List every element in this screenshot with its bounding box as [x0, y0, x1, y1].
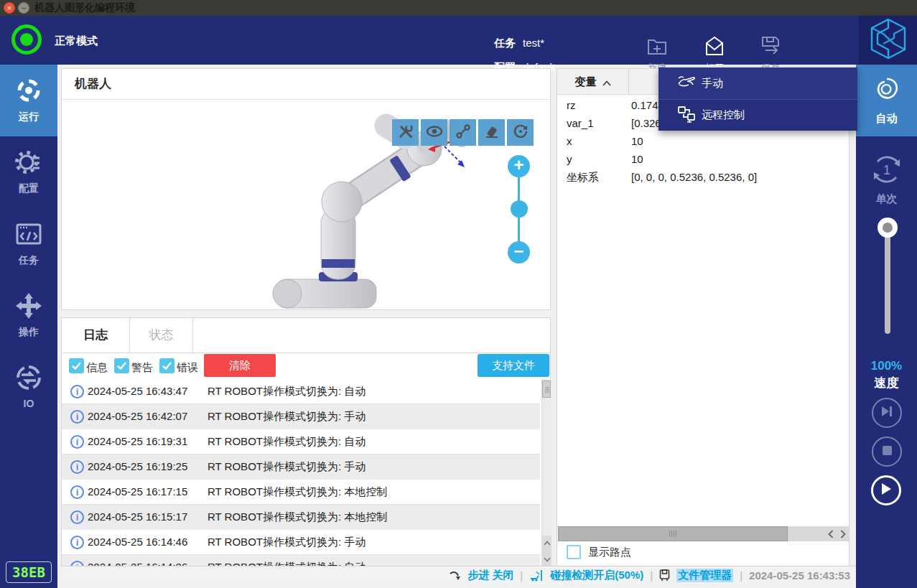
variables-h-scrollbar-thumb[interactable] [558, 526, 788, 541]
variables-collapse-tab[interactable]: 变量 [557, 69, 629, 95]
tools-icon [397, 123, 414, 143]
filter-error-label: 错误 [177, 361, 198, 375]
variable-row: 坐标系 [0, 0, 0, 0.5236, 0.5236, 0] [557, 171, 844, 189]
tab-status[interactable]: 状态 [130, 318, 193, 353]
sidebar-item-auto[interactable]: 自动 [856, 65, 917, 136]
window-minimize-button[interactable]: − [18, 2, 29, 14]
skip-icon [880, 406, 893, 420]
info-icon: i [70, 460, 84, 474]
robot-panel-title: 机器人 [75, 75, 111, 92]
titlebar: × − 机器人图形化编程环境 [0, 0, 917, 16]
robot-panel: 机器人 [61, 68, 551, 310]
tools-button[interactable] [392, 119, 419, 146]
scroll-left-arrow[interactable] [825, 526, 837, 541]
log-row: i 2024-05-25 16:19:25 RT ROBOT 操作模式切换为: … [62, 454, 540, 480]
scroll-up-arrow[interactable] [542, 536, 551, 551]
statusbar: 步进 关闭 | 碰撞检测开启(50%) | 文件管理器 | 2024-05-25… [61, 566, 856, 584]
task-value: test* [523, 37, 544, 49]
filter-warning-label: 警告 [131, 361, 153, 375]
speed-label: 速度 [856, 375, 917, 391]
filter-warning-checkbox[interactable] [114, 358, 129, 373]
filter-info-label: 信息 [86, 361, 108, 375]
erase-button[interactable] [478, 119, 505, 146]
move-arrows-icon [14, 310, 43, 322]
info-icon: i [70, 485, 84, 499]
variables-h-scrollbar[interactable] [558, 526, 849, 541]
zoom-in-button[interactable]: + [508, 155, 530, 177]
menu-item-remote-control[interactable]: 远程控制 [658, 99, 857, 131]
info-icon: i [70, 510, 84, 524]
support-files-button[interactable]: 支持文件 [478, 354, 549, 377]
filter-error-checkbox[interactable] [159, 358, 174, 373]
right-sidebar: 自动 1 单次 100% 速度 [856, 65, 917, 588]
scroll-right-arrow[interactable] [837, 526, 849, 541]
file-manager-link[interactable]: 文件管理器 [676, 569, 733, 582]
reset-view-button[interactable] [507, 119, 534, 146]
clear-log-button[interactable]: 清除 [204, 354, 276, 377]
speed-slider-track[interactable] [885, 228, 890, 334]
info-icon: i [70, 536, 84, 549]
stop-icon [882, 445, 893, 459]
sidebar-item-config[interactable]: 配置 [0, 136, 57, 208]
sidebar-item-operate[interactable]: 操作 [0, 280, 57, 352]
sidebar-item-io[interactable]: IO [0, 352, 57, 424]
hand-icon [677, 74, 697, 95]
variable-row: y 10 [557, 153, 844, 171]
sidebar-item-run[interactable]: 运行 [0, 65, 57, 136]
speed-slider-handle[interactable] [878, 218, 898, 238]
play-icon [880, 482, 892, 498]
window-title: 机器人图形化编程环境 [34, 0, 135, 16]
collision-status[interactable]: 碰撞检测开启(50%) [550, 569, 643, 582]
robot-3d-view[interactable] [62, 100, 550, 309]
scroll-down-arrow[interactable] [542, 551, 551, 567]
filter-info-checkbox[interactable] [69, 358, 84, 373]
menu-item-manual[interactable]: 手动 [658, 67, 857, 99]
log-row: i 2024-05-25 16:42:07 RT ROBOT 操作模式切换为: … [62, 404, 540, 429]
single-cycle-icon: 1 [868, 151, 906, 191]
info-icon: i [70, 435, 84, 449]
show-waypoints-checkbox[interactable] [567, 545, 581, 559]
chevron-up-icon [602, 76, 611, 88]
io-sync-icon [14, 382, 43, 394]
status-badge: 38EB [6, 561, 52, 583]
variable-row: x 10 [557, 135, 844, 153]
window-close-button[interactable]: × [4, 2, 15, 14]
gear-icon [14, 167, 43, 179]
play-button[interactable] [871, 475, 901, 505]
mode-label: 正常模式 [55, 34, 98, 48]
app-window: × − 机器人图形化编程环境 正常模式 任务test* 配置default 新建… [0, 0, 917, 588]
variables-panel: 变量 rz 0.1745 var_1 [0.326 x 10 y 10 坐标系 … [557, 68, 849, 567]
svg-text:1: 1 [883, 163, 890, 177]
path-nodes-icon [455, 123, 472, 143]
eye-icon [426, 123, 443, 143]
stop-button[interactable] [872, 437, 902, 467]
log-scrollbar-thumb[interactable] [542, 381, 551, 398]
task-label: 任务 [494, 37, 516, 49]
zoom-slider-handle[interactable] [511, 200, 528, 218]
new-folder-icon [646, 47, 669, 60]
open-envelope-icon [703, 47, 726, 60]
log-scrollbar[interactable] [541, 379, 551, 568]
sidebar-item-single-cycle[interactable]: 1 单次 [856, 144, 917, 213]
robot-arm [273, 126, 462, 308]
rotate-icon [512, 123, 529, 143]
file-manager-icon [659, 569, 670, 582]
speed-value: 100% [856, 359, 917, 373]
save-floppy-icon [759, 47, 782, 60]
step-status[interactable]: 步进 关闭 [467, 569, 513, 582]
step-over-button[interactable] [872, 398, 902, 428]
log-row: i 2024-05-25 16:43:47 RT ROBOT 操作模式切换为: … [62, 379, 540, 404]
path-button[interactable] [450, 119, 476, 146]
info-icon: i [70, 410, 84, 424]
visibility-button[interactable] [421, 119, 447, 146]
auto-swirl-icon [870, 73, 904, 111]
remote-control-icon [677, 106, 696, 126]
cube-logo-icon [869, 18, 908, 62]
sidebar-item-task[interactable]: 任务 [0, 208, 57, 280]
tab-log[interactable]: 日志 [62, 318, 130, 353]
log-row: i 2024-05-25 16:17:15 RT ROBOT 操作模式切换为: … [62, 480, 540, 505]
header: 正常模式 任务test* 配置default 新建 打开 保存 [0, 16, 917, 65]
zoom-out-button[interactable]: − [508, 241, 530, 263]
log-panel: 日志 状态 信息 警告 错误 清除 支持文件 i 2024-05-25 16:4… [61, 317, 551, 567]
info-icon: i [70, 385, 84, 398]
